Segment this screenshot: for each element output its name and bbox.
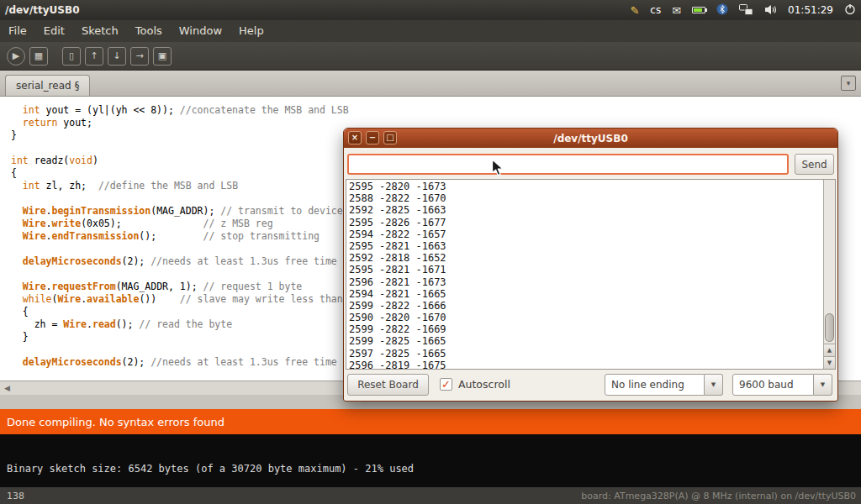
baud-select[interactable]: 9600 baud (732, 374, 814, 396)
open-icon: ↑ (90, 51, 98, 60)
power-icon[interactable] (844, 3, 856, 18)
upload-icon: → (135, 51, 143, 60)
line-ending-select[interactable]: No line ending (605, 374, 705, 396)
top-panel: /dev/ttyUSB0 ✎ cs ✉ 01:51:29 (0, 0, 861, 20)
battery-level (694, 8, 702, 12)
scroll-down-icon: ▼ (827, 360, 832, 366)
serial-output-line: 2594 -2822 -1657 (349, 228, 823, 240)
serial-output-line: 2595 -2821 -1671 (349, 264, 823, 276)
stop-icon: ▦ (34, 51, 43, 60)
serial-monitor-window: ×−□ /dev/ttyUSB0 Send 2595 -2820 -167325… (343, 128, 838, 402)
serial-output-line: 2596 -2821 -1673 (349, 276, 823, 288)
console-text: Binary sketch size: 6542 bytes (of a 307… (0, 434, 861, 475)
verify-button[interactable]: ▶ (7, 47, 25, 66)
serial-input-field[interactable] (347, 154, 789, 175)
serial-output-line: 2599 -2825 -1665 (349, 335, 823, 347)
mail-icon[interactable]: ✉ (672, 5, 681, 16)
serial-output-line: 2597 -2825 -1665 (349, 348, 823, 360)
battery-icon[interactable] (692, 7, 705, 13)
serial-input-row: Send (347, 154, 834, 175)
serial-output-line: 2588 -2822 -1670 (349, 192, 823, 204)
menu-item-sketch[interactable]: Sketch (73, 20, 127, 42)
save-button[interactable]: ↓ (108, 47, 126, 66)
tab-menu-button[interactable]: ▾ (841, 76, 856, 91)
code-line: int yout = (yl|(yh << 8)); //concatenate… (11, 104, 861, 117)
reset-board-button[interactable]: Reset Board (347, 374, 429, 396)
scroll-up-button[interactable]: ▲ (824, 344, 835, 356)
maximize-icon: □ (386, 133, 394, 142)
scroll-up-icon: ▲ (827, 347, 832, 354)
serial-monitor-controls: Reset Board ✓ Autoscroll No line ending … (347, 374, 834, 396)
line-ending-dropdown-button[interactable]: ▼ (705, 374, 723, 396)
serial-output-line: 2590 -2820 -1670 (349, 312, 823, 323)
dropdown-arrow-icon: ▼ (821, 381, 825, 388)
stop-button[interactable]: ▦ (29, 47, 48, 66)
baud-dropdown-button[interactable]: ▼ (814, 374, 832, 396)
dropdown-arrow-icon: ▼ (711, 381, 716, 388)
open-button[interactable]: ↑ (85, 47, 103, 66)
keyboard-layout-indicator[interactable]: cs (650, 4, 661, 16)
send-button[interactable]: Send (795, 154, 834, 175)
input-method-icon[interactable]: ✎ (630, 5, 639, 16)
checkmark-icon: ✓ (441, 378, 451, 391)
status-message: Done compiling. No syntax errors found (7, 416, 224, 428)
menu-item-edit[interactable]: Edit (35, 20, 73, 42)
serial-monitor-button[interactable]: ▣ (153, 47, 172, 66)
serial-monitor-title: /dev/ttyUSB0 (553, 133, 628, 144)
status-bar: Done compiling. No syntax errors found (0, 409, 861, 434)
minimize-icon: − (369, 133, 376, 142)
autoscroll-label: Autoscroll (458, 378, 510, 391)
serial-output-line: 2592 -2818 -1652 (349, 252, 823, 264)
close-button[interactable]: × (348, 131, 362, 144)
menu-item-help[interactable]: Help (230, 20, 272, 42)
console-output: Binary sketch size: 6542 bytes (of a 307… (0, 434, 861, 487)
maximize-button[interactable]: □ (383, 131, 397, 144)
verify-icon: ▶ (13, 51, 19, 60)
serial-output-line: 2592 -2825 -1663 (349, 204, 823, 216)
board-info: board: ATmega328P(A) @ 8 MHz (internal) … (581, 491, 861, 501)
serial-monitor-icon: ▣ (158, 51, 166, 60)
volume-icon[interactable] (764, 3, 777, 18)
serial-monitor-body: Send 2595 -2820 -16732588 -2822 -1670259… (344, 148, 837, 401)
clock[interactable]: 01:51:29 (788, 4, 833, 16)
active-window-title: /dev/ttyUSB0 (0, 4, 80, 16)
serial-output-line: 2595 -2821 -1663 (349, 240, 823, 252)
footer: 138 board: ATmega328P(A) @ 8 MHz (intern… (0, 487, 861, 504)
menubar: FileEditSketchToolsWindowHelp (0, 20, 861, 42)
network-icon[interactable] (739, 3, 753, 18)
close-icon: × (351, 133, 358, 142)
menu-item-file[interactable]: File (0, 20, 35, 42)
serial-output-line: 2596 -2819 -1675 (349, 360, 823, 369)
serial-output-line: 2599 -2822 -1666 (349, 300, 823, 312)
serial-monitor-titlebar[interactable]: ×−□ /dev/ttyUSB0 (344, 129, 837, 148)
serial-scrollbar[interactable]: ▲ ▼ (823, 180, 835, 369)
tab-serial-read[interactable]: serial_read § (5, 75, 90, 96)
scroll-down-button[interactable]: ▼ (824, 356, 835, 369)
bluetooth-icon[interactable] (716, 3, 728, 18)
upload-button[interactable]: → (130, 47, 149, 66)
serial-output-area[interactable]: 2595 -2820 -16732588 -2822 -16702592 -28… (346, 179, 836, 370)
toolbar: ▶▦▯↑↓→▣ (0, 42, 861, 71)
system-tray: ✎ cs ✉ 01:51:29 (630, 3, 861, 18)
autoscroll-checkbox[interactable]: ✓ (440, 378, 452, 391)
new-file-icon: ▯ (69, 51, 74, 60)
tab-bar: serial_read § ▾ (0, 71, 861, 97)
save-icon: ↓ (113, 51, 120, 60)
tab-menu-icon: ▾ (847, 79, 851, 87)
menu-item-window[interactable]: Window (171, 20, 230, 42)
line-number: 138 (0, 491, 24, 501)
serial-output-line: 2595 -2820 -1673 (349, 181, 823, 192)
menu-item-tools[interactable]: Tools (127, 20, 171, 42)
serial-output-line: 2595 -2826 -1677 (349, 217, 823, 228)
window-controls: ×−□ (348, 131, 397, 144)
serial-output-line: 2594 -2821 -1665 (349, 288, 823, 300)
mouse-cursor (491, 159, 505, 181)
battery-nub (705, 8, 707, 12)
scrollbar-thumb[interactable] (825, 313, 834, 342)
minimize-button[interactable]: − (366, 131, 379, 144)
new-sketch-button[interactable]: ▯ (62, 47, 81, 66)
scroll-left-icon[interactable]: ◀ (4, 384, 10, 392)
serial-output-line: 2599 -2822 -1669 (349, 323, 823, 335)
serial-output: 2595 -2820 -16732588 -2822 -16702592 -28… (346, 180, 823, 369)
